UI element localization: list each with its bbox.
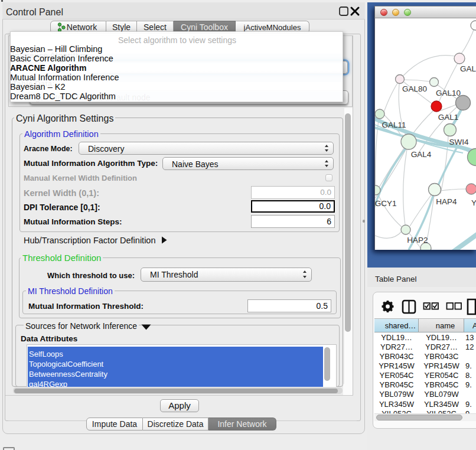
svg-text:GCY1: GCY1: [375, 199, 396, 208]
svg-text:SWI4: SWI4: [449, 138, 468, 146]
svg-text:GAL4: GAL4: [411, 150, 432, 159]
svg-text:GAL10: GAL10: [436, 89, 461, 97]
svg-text:HAP2: HAP2: [407, 236, 428, 244]
svg-text:GAL11: GAL11: [382, 120, 406, 129]
svg-text:YJ: YJ: [471, 198, 476, 207]
svg-text:GAL80: GAL80: [402, 84, 427, 93]
svg-text:HAP4: HAP4: [436, 197, 457, 206]
svg-text:GAL7: GAL7: [460, 64, 476, 73]
svg-text:GAL1: GAL1: [438, 113, 459, 122]
